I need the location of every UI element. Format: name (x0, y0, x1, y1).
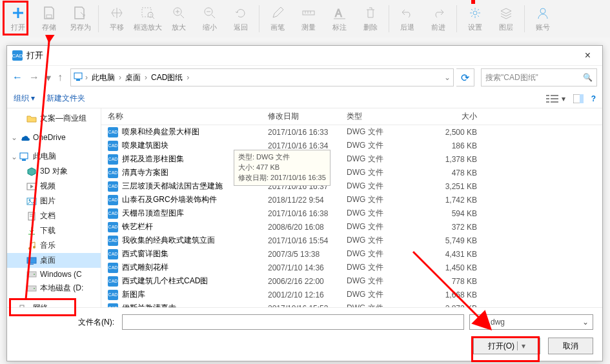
col-type[interactable]: 类型 (347, 111, 419, 122)
new-folder-button[interactable]: 新建文件夹 (46, 93, 85, 104)
annotate-button[interactable]: A标注 (324, 1, 355, 36)
sidebar-label: 文档 (40, 210, 56, 221)
file-row[interactable]: CAD铁艺栏杆2008/6/20 16:08DWG 文件372 KB (101, 220, 602, 234)
file-row[interactable]: CAD西式雕刻花样2007/1/10 14:36DWG 文件1,450 KB (101, 261, 602, 274)
file-row[interactable]: CAD西式建筑几个柱式CAD图2006/2/16 22:00DWG 文件778 … (101, 274, 602, 288)
settings-button[interactable]: 设置 (460, 1, 491, 36)
cad-file-icon: CAD (108, 249, 118, 259)
toolbar-label: 前进 (431, 23, 445, 32)
sidebar-item-drive[interactable]: Windows (C (7, 268, 101, 281)
3d-icon (26, 167, 37, 176)
filetype-select[interactable]: .dxf .dwg ⌄ (469, 314, 593, 330)
toolbar-label: 存储 (42, 23, 56, 32)
breadcrumb-item[interactable]: 此电脑 (89, 72, 117, 83)
file-list: CAD喷泉和经典盆景大样图2017/10/16 16:33DWG 文件2,500… (101, 125, 602, 307)
file-type: DWG 文件 (347, 248, 419, 259)
annotate-icon: A (332, 6, 347, 20)
measure-button[interactable]: 测量 (293, 1, 324, 36)
sidebar-item-onedrive[interactable]: ⌄OneDrive (7, 131, 101, 144)
nav-forward-icon[interactable]: → (29, 72, 39, 84)
svg-point-39 (28, 247, 31, 250)
file-type: DWG 文件 (347, 181, 419, 192)
file-type: DWG 文件 (347, 167, 419, 178)
undo-button[interactable]: 后退 (392, 1, 423, 36)
refresh-button[interactable]: ⟳ (456, 68, 474, 86)
pan-button[interactable]: 平移 (101, 1, 132, 36)
file-row[interactable]: CAD清真寺方案图2017/10/16 16:35DWG 文件478 KB (101, 166, 602, 179)
svg-point-46 (34, 288, 35, 289)
zoom-out-button[interactable]: 缩小 (194, 1, 225, 36)
open-button-label: 打开(O) (488, 341, 514, 352)
nav-back-icon[interactable]: ← (12, 72, 23, 84)
delete-button[interactable]: 删除 (355, 1, 386, 36)
button-row: 打开(O) ▾ 取消 (7, 338, 602, 361)
svg-point-44 (34, 274, 35, 275)
sidebar-item-folder[interactable]: 文案—商业组 (7, 111, 101, 126)
sidebar-item-pictures[interactable]: 图片 (7, 194, 101, 208)
file-row[interactable]: CAD喷泉建筑图块2017/10/16 16:34DWG 文件186 KB (101, 139, 602, 152)
zoom-in-button[interactable]: 放大 (163, 1, 194, 36)
open-button[interactable]: 打开(O) ▾ (473, 338, 540, 354)
cancel-button[interactable]: 取消 (548, 338, 593, 354)
account-button[interactable]: 账号 (527, 1, 558, 36)
filename-label: 文件名(N): (78, 317, 114, 328)
filename-input[interactable] (122, 314, 464, 330)
sidebar-item-drive[interactable]: 本地磁盘 (D: (7, 281, 101, 296)
measure-icon (301, 6, 316, 20)
view-mode-button[interactable]: ▾ (546, 94, 565, 103)
layers-button[interactable]: 图层 (491, 1, 522, 36)
back-button[interactable]: 返回 (225, 1, 256, 36)
close-icon[interactable]: × (578, 48, 597, 63)
svg-rect-27 (546, 101, 549, 103)
file-pane: 名称 修改日期 类型 大小 CAD喷泉和经典盆景大样图2017/10/16 16… (101, 108, 602, 307)
chevron-down-icon[interactable]: ▾ (517, 341, 525, 350)
breadcrumb[interactable]: › 此电脑 › 桌面 › CAD图纸 › ⌄ (70, 68, 454, 86)
col-size[interactable]: 大小 (419, 111, 490, 122)
preview-pane-button[interactable] (573, 94, 584, 103)
zoom-window-button[interactable]: 框选放大 (132, 1, 163, 36)
file-row[interactable]: CAD三层坡顶天都城法国古堡建施2017/10/16 16:37DWG 文件3,… (101, 179, 602, 193)
organize-button[interactable]: 组织 ▾ (14, 93, 35, 104)
svg-rect-23 (546, 95, 549, 96)
bottom-bar: 文件名(N): .dxf .dwg ⌄ (7, 307, 602, 338)
file-row[interactable]: CAD我收集的经典欧式建筑立面2017/10/16 15:54DWG 文件5,7… (101, 234, 602, 247)
file-row[interactable]: CAD新图库2001/2/10 12:16DWG 文件1,668 KB (101, 288, 602, 301)
toolbar-label: 缩小 (203, 23, 217, 32)
file-type: DWG 文件 (347, 221, 419, 232)
sidebar-item-downloads[interactable]: 下载 (7, 223, 101, 238)
file-row[interactable]: CAD伊斯兰教清真寺2017/10/16 15:53DWG 文件2,872 KB (101, 301, 602, 307)
save-as-button[interactable]: 另存为 (65, 1, 96, 36)
help-button[interactable]: ? (591, 94, 596, 103)
col-name[interactable]: 名称 (101, 111, 268, 122)
svg-rect-30 (580, 94, 584, 103)
sidebar-item-pc[interactable]: ⌄此电脑 (7, 149, 101, 164)
open-button[interactable]: 打开 (3, 1, 34, 36)
sidebar-item-music[interactable]: 音乐 (7, 238, 101, 253)
file-size: 1,742 KB (419, 196, 490, 205)
sidebar-item-desktop[interactable]: 桌面 (7, 253, 101, 268)
nav-up-icon[interactable]: ↑ (57, 72, 63, 84)
breadcrumb-item[interactable]: CAD图纸 (148, 72, 185, 83)
sidebar-item-video[interactable]: 视频 (7, 179, 101, 194)
nav-recent-icon[interactable]: ▾ (46, 72, 51, 84)
file-row[interactable]: CAD天棚吊顶造型图库2017/10/16 16:38DWG 文件594 KB (101, 207, 602, 220)
col-date[interactable]: 修改日期 (268, 111, 347, 122)
file-row[interactable]: CAD西式窗详图集2007/3/5 13:38DWG 文件4,431 KB (101, 247, 602, 261)
sidebar-item-3d[interactable]: 3D 对象 (7, 164, 101, 179)
pencil-button[interactable]: 画笔 (262, 1, 293, 36)
sidebar-item-network[interactable]: ⌄网络 (7, 301, 101, 307)
file-row[interactable]: CAD喷泉和经典盆景大样图2017/10/16 16:33DWG 文件2,500… (101, 125, 602, 139)
breadcrumb-item[interactable]: 桌面 (123, 72, 143, 83)
file-row[interactable]: CAD拼花及造形柱图集2017/10/16 16:34DWG 文件1,378 K… (101, 152, 602, 166)
pc-icon (19, 152, 30, 161)
cad-file-icon: CAD (108, 263, 118, 273)
save-button[interactable]: 存储 (34, 1, 65, 36)
sidebar-label: 3D 对象 (40, 166, 68, 177)
redo-button[interactable]: 前进 (423, 1, 454, 36)
chevron-down-icon[interactable]: ⌄ (444, 73, 451, 82)
drive-icon (26, 270, 37, 279)
file-row[interactable]: CAD山泰石及GRC外墙装饰构件2018/11/22 9:54DWG 文件1,7… (101, 193, 602, 207)
delete-icon (363, 6, 378, 20)
sidebar-item-docs[interactable]: 文档 (7, 208, 101, 223)
search-input[interactable]: 搜索"CAD图纸" 🔍 (481, 68, 597, 86)
